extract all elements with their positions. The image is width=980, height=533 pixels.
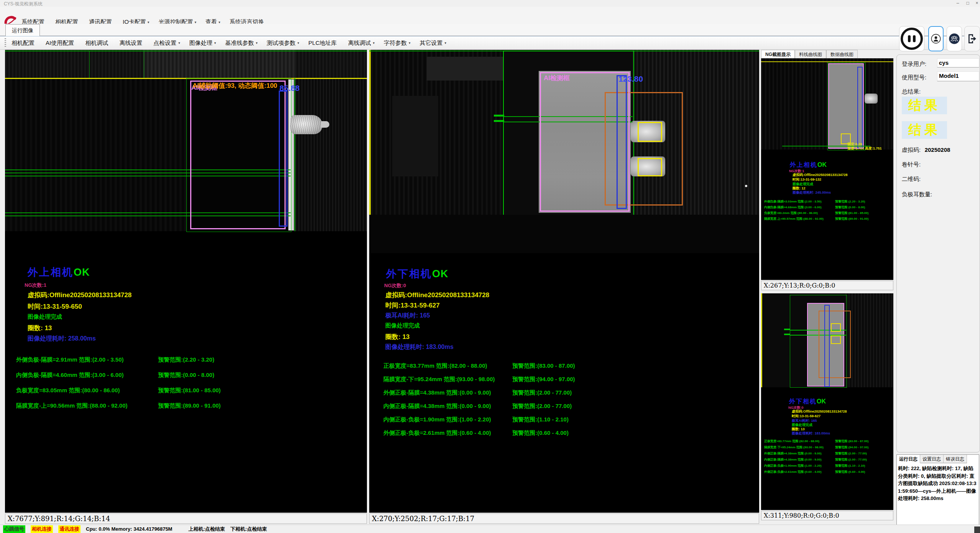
lug-box-yellow bbox=[638, 158, 662, 176]
status-bar: 心跳信号 相机连接 通讯连接 Cpu: 0.0% Memory: 3424.41… bbox=[0, 525, 980, 533]
toolbar-item[interactable]: 其它设置 ▾ bbox=[420, 39, 447, 47]
virtual-code: 虚拟码:Offline20250208133134728 bbox=[385, 291, 489, 299]
toolbar-item[interactable]: 测试项参数 ▾ bbox=[267, 39, 299, 47]
ng-snapshot-lower[interactable]: 外下相机OK NG次数:0 虚拟码:Offline202502081331347… bbox=[761, 293, 893, 510]
ng-tab-strip: NG截图显示 料线曲线图 数据曲线图 bbox=[761, 50, 893, 58]
heartbeat-indicator: 心跳信号 bbox=[3, 525, 25, 533]
model-field[interactable]: Model1 bbox=[937, 71, 979, 81]
camera-status-title: 外下相机OK bbox=[386, 267, 449, 281]
tab-ng-snapshot[interactable]: NG截图显示 bbox=[761, 50, 795, 58]
cursor-readout-lower: X:270;Y:2502;R:17;G:17;B:17 bbox=[369, 513, 759, 524]
camera-link-indicator: 相机连接 bbox=[31, 525, 53, 533]
toolbar-grip-handle[interactable] bbox=[5, 38, 6, 48]
measure-box-blue bbox=[279, 90, 288, 227]
measurement-row: 内侧负极-隔膜=4.60mm 范围:(3.00 - 6.00) 预警范围:(0.… bbox=[16, 367, 221, 383]
measurement-row: 外侧正极-负极=2.61mm 范围:(0.60 - 4.00) 预警范围:(0.… bbox=[383, 426, 575, 439]
measurement-row: 内侧正极-负极=1.90mm 范围:(1.00 - 2.20) 预警范围:(1.… bbox=[764, 463, 868, 469]
upper-camera-viewport[interactable]: AI检测框 AI辅助阈值:93, 动态阈值:100 85.88 外上相机OK N… bbox=[5, 50, 367, 513]
upper-camera-check-status: 上相机:点检结束 bbox=[188, 526, 225, 533]
chevron-down-icon: ▾ bbox=[445, 41, 447, 45]
toolbar-item[interactable]: 离线设置 bbox=[119, 39, 144, 47]
pause-button[interactable] bbox=[899, 26, 924, 51]
neg-tab-count-label: 负极耳数量: bbox=[902, 191, 932, 198]
ng-count: NG次数:0 bbox=[384, 282, 406, 289]
close-button[interactable]: × bbox=[973, 0, 980, 7]
measurement-row: 外侧负极-隔膜=3.03mm 范围:(2.00 - 3.50) 预警范围:(2.… bbox=[764, 199, 868, 204]
user-login-button[interactable] bbox=[928, 26, 944, 51]
title-bar: CYS-视觉检测系统 – □ × bbox=[0, 0, 980, 7]
measurement-row: 外侧正极-隔膜=4.38mm 范围:(0.00 - 9.00) 预警范围:(2.… bbox=[383, 386, 575, 399]
measurement-list: 外侧负极-隔膜=3.03mm 范围:(2.00 - 3.50) 预警范围:(2.… bbox=[764, 199, 868, 222]
measurement-row: 内侧正极-负极=1.90mm 范围:(1.00 - 2.20) 预警范围:(1.… bbox=[383, 413, 575, 426]
ai-box-label: AI检测框 bbox=[544, 74, 570, 82]
measurement-row: 隔膜宽度-下=95.24mm 范围:(93.00 - 98.00) 预警范围:(… bbox=[764, 444, 868, 451]
measurement-list: 正极宽度=83.77mm 范围:(82.00 - 88.00) 预警范围:(83… bbox=[383, 359, 575, 439]
chevron-down-icon: ▾ bbox=[409, 41, 411, 45]
comm-link-indicator: 通讯连接 bbox=[58, 525, 81, 533]
measure-value: 123.80 bbox=[618, 74, 643, 84]
measurement-row: 负极宽度=83.05mm 范围:(80.00 - 86.00) 预警范围:(81… bbox=[16, 383, 221, 398]
toolbar-item[interactable]: 点检设置 ▾ bbox=[153, 39, 180, 47]
measurement-row: 正极宽度=83.77mm 范围:(82.00 - 88.00) 预警范围:(83… bbox=[383, 359, 575, 372]
frame-time: 时间:13-31-59-650 bbox=[28, 302, 82, 311]
measurement-row: 负极宽度=83.2mm 范围:(80.00 - 86.00) 预警范围:(81.… bbox=[764, 210, 868, 216]
toolbar-item[interactable]: 图像处理 ▾ bbox=[189, 39, 216, 47]
tab-settings-log[interactable]: 设置日志 bbox=[920, 455, 944, 463]
lower-camera-check-status: 下相机:点检结束 bbox=[230, 526, 267, 533]
baseline-yellow bbox=[369, 50, 371, 215]
pause-icon bbox=[901, 28, 923, 50]
reference-line bbox=[5, 51, 367, 51]
log-text: 耗时: 222, 缺陷检测耗时: 17, 缺陷分类耗时: 0, 缺陷提取分区耗时… bbox=[897, 463, 979, 504]
ng-snapshot-upper[interactable]: 固定:0.29 宽度:1.721 高度:1.751 外上相机OK NG次数:1 … bbox=[761, 58, 893, 280]
turn-count: 圈数: 13 bbox=[28, 324, 52, 332]
turn-count: 圈数: 13 bbox=[385, 332, 409, 341]
ai-detect-box-pink bbox=[190, 81, 286, 229]
toolbar-item[interactable]: 相机配置 bbox=[12, 39, 36, 47]
process-done: 图像处理完成 bbox=[28, 313, 62, 321]
chevron-down-icon: ▾ bbox=[219, 20, 220, 24]
camera-status-title: 外上相机OK bbox=[28, 265, 90, 279]
qr-code-label: 二维码: bbox=[902, 176, 921, 183]
toolbar-item[interactable]: 字符参数 ▾ bbox=[384, 39, 411, 47]
minimize-button[interactable]: – bbox=[954, 0, 962, 7]
login-user-field[interactable]: cys bbox=[937, 58, 979, 67]
maximize-button[interactable]: □ bbox=[964, 0, 972, 7]
toolbar-item[interactable]: 离线调试 ▾ bbox=[348, 39, 375, 47]
cursor-readout-upper: X:7677;Y:891;R:14;G:14;B:14 bbox=[5, 513, 367, 524]
process-elapsed: 图像处理耗时: 183.00ms bbox=[385, 343, 454, 351]
tab-material-curve[interactable]: 料线曲线图 bbox=[795, 50, 826, 58]
toolbar-item[interactable]: 相机调试 bbox=[85, 39, 110, 47]
lug-box-yellow bbox=[638, 122, 662, 142]
user-manage-button[interactable] bbox=[947, 26, 962, 51]
exit-button[interactable] bbox=[964, 26, 980, 51]
cursor-readout-ng-upper: X:267;Y:13;R:0;G:0;B:0 bbox=[761, 281, 893, 290]
roll-pin-label: 卷针号: bbox=[902, 161, 921, 168]
measure-value: 85.88 bbox=[280, 84, 300, 93]
exit-door-icon bbox=[967, 33, 978, 44]
camera-status-title: 外上相机OK bbox=[790, 161, 827, 169]
camera-status-title: 外下相机OK bbox=[789, 398, 826, 406]
tab-strip bbox=[0, 24, 980, 36]
tab-error-log[interactable]: 错误日志 bbox=[944, 455, 967, 463]
toolbar-item[interactable]: AI使用配置 bbox=[46, 39, 76, 47]
toolbar-item[interactable]: PLC地址库 bbox=[308, 39, 339, 47]
tab-run-log[interactable]: 运行日志 bbox=[897, 455, 920, 463]
login-user-label: 登录用户: bbox=[902, 61, 926, 68]
ai-threshold-text: AI辅助阈值:93, 动态阈值:100 bbox=[192, 81, 277, 90]
resize-grip[interactable] bbox=[974, 526, 980, 533]
measurement-row: 外侧正极-隔膜=4.38mm 范围:(0.00 - 9.00) 预警范围:(2.… bbox=[764, 451, 868, 457]
ng-count: NG次数:1 bbox=[25, 282, 46, 289]
process-elapsed: 图像处理耗时: 258.00ms bbox=[28, 335, 96, 343]
measurement-list: 外侧负极-隔膜=2.91mm 范围:(2.00 - 3.50) 预警范围:(2.… bbox=[16, 352, 221, 413]
toolbar-item[interactable]: 基准线参数 ▾ bbox=[225, 39, 258, 47]
tab-run-image[interactable]: 运行图像 bbox=[5, 24, 40, 36]
measurement-row: 隔膜宽度-上=90.57mm 范围:(88.00 - 92.00) 预警范围:(… bbox=[764, 216, 868, 222]
tab-data-curve[interactable]: 数据曲线图 bbox=[826, 50, 858, 58]
users-group-icon bbox=[949, 33, 960, 44]
log-panel: 运行日志 设置日志 错误日志 耗时: 222, 缺陷检测耗时: 17, 缺陷分类… bbox=[896, 454, 979, 531]
measure-box-blue bbox=[617, 75, 627, 209]
measurement-row: 外侧正极-负极=2.61mm 范围:(0.60 - 4.00) 预警范围:(0.… bbox=[764, 469, 868, 475]
process-done: 图像处理完成 bbox=[385, 322, 420, 329]
frame-time: 时间:13-31-59-627 bbox=[385, 301, 440, 310]
lower-camera-viewport[interactable]: AI检测框 123.80 外下相机OK NG次数:0 虚拟码:Offline20… bbox=[369, 50, 759, 513]
